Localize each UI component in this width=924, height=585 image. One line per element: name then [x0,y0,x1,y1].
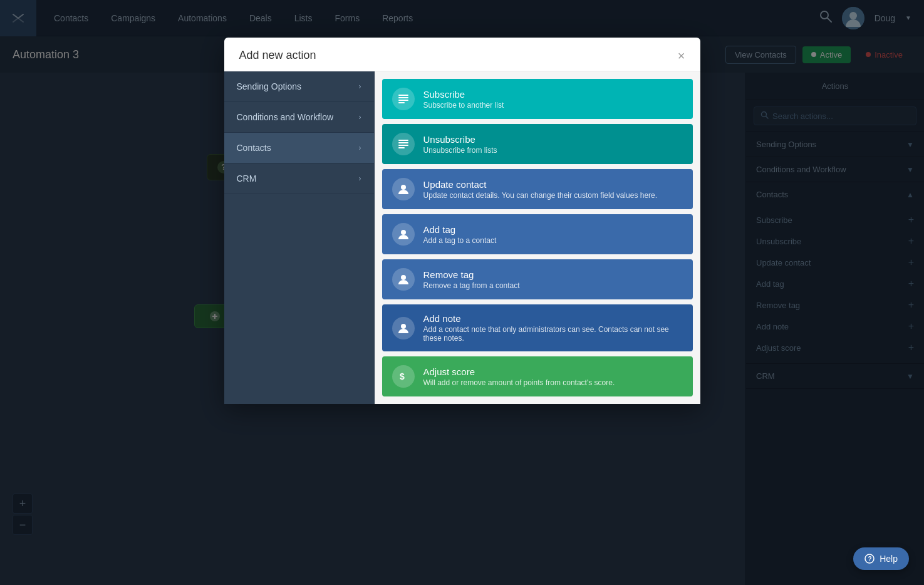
update-contact-text: Update contact Update contact details. Y… [423,179,658,200]
subscribe-icon [392,88,415,110]
svg-text:$: $ [400,371,405,381]
action-card-subscribe[interactable]: Subscribe Subscribe to another list [382,79,693,119]
svg-rect-16 [398,147,405,148]
help-button[interactable]: ? Help [853,547,909,570]
action-card-update-contact[interactable]: Update contact Update contact details. Y… [382,169,693,209]
remove-tag-icon [392,268,415,291]
svg-point-20 [401,324,406,329]
svg-rect-10 [398,97,408,98]
svg-text:?: ? [868,556,872,562]
modal-sidebar-crm[interactable]: CRM › [224,163,374,194]
adjust-score-text: Adjust score Will add or remove amount o… [423,366,615,387]
adjust-score-icon: $ [392,365,415,388]
svg-point-17 [401,185,406,190]
modal-title: Add new action [239,49,316,62]
modal-sidebar-conditions-workflow[interactable]: Conditions and Workflow › [224,102,374,133]
modal-overlay: Add new action × Sending Options › Condi… [0,0,924,585]
sending-options-arrow-icon: › [359,82,361,91]
modal-header: Add new action × [224,38,700,71]
help-label: Help [880,554,898,564]
svg-point-19 [401,275,406,280]
unsubscribe-text: Unsubscribe Unsubscribe from lists [423,134,497,155]
add-tag-icon [392,223,415,246]
svg-rect-9 [398,95,408,96]
modal-body: Sending Options › Conditions and Workflo… [224,71,700,404]
action-card-remove-tag[interactable]: Remove tag Remove a tag from a contact [382,259,693,299]
svg-point-18 [401,230,406,235]
modal-sidebar-contacts[interactable]: Contacts › [224,133,374,163]
action-card-unsubscribe[interactable]: Unsubscribe Unsubscribe from lists [382,124,693,164]
svg-rect-14 [398,142,408,143]
svg-rect-13 [398,140,408,141]
unsubscribe-icon [392,133,415,155]
contacts-arrow-icon: › [359,143,361,152]
conditions-arrow-icon: › [359,113,361,122]
svg-rect-15 [398,145,408,146]
action-card-adjust-score[interactable]: $ Adjust score Will add or remove amount… [382,356,693,396]
modal-sidebar: Sending Options › Conditions and Workflo… [224,71,375,404]
action-card-add-tag[interactable]: Add tag Add a tag to a contact [382,214,693,254]
remove-tag-text: Remove tag Remove a tag from a contact [423,269,520,290]
add-note-icon [392,317,415,339]
modal-close-button[interactable]: × [678,49,685,62]
crm-arrow-icon: › [359,174,361,183]
subscribe-text: Subscribe Subscribe to another list [423,89,504,110]
action-card-add-note[interactable]: Add note Add a contact note that only ad… [382,304,693,351]
add-new-action-modal: Add new action × Sending Options › Condi… [224,38,700,404]
add-tag-text: Add tag Add a tag to a contact [423,224,497,245]
svg-rect-11 [398,100,408,101]
update-contact-icon [392,178,415,200]
modal-sidebar-sending-options[interactable]: Sending Options › [224,71,374,102]
svg-rect-12 [398,102,405,103]
modal-content-area: Subscribe Subscribe to another list [375,71,700,404]
add-note-text: Add note Add a contact note that only ad… [423,313,683,343]
